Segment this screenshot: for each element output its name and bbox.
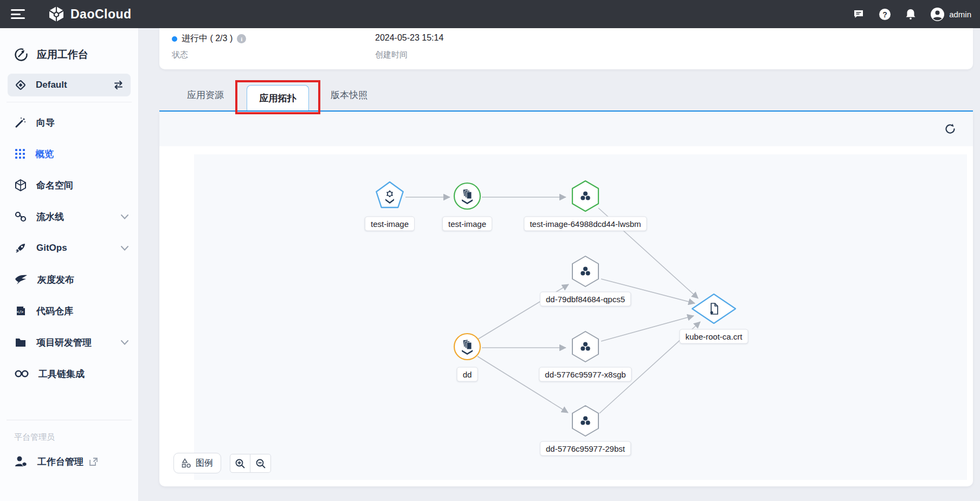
node-label[interactable]: dd-5776c95977-29bst [540, 441, 631, 456]
status-value: 进行中 ( 2/3 ) [182, 33, 233, 44]
sidebar-item-wizard[interactable]: 向导 [0, 107, 138, 138]
node-label[interactable]: dd-5776c95977-x8sgb [539, 367, 631, 382]
wand-icon [14, 116, 27, 129]
chevron-down-icon [121, 246, 128, 251]
sidebar-item-default[interactable]: Default [8, 74, 131, 96]
sidebar-divider [7, 102, 132, 102]
user-menu[interactable]: admin [930, 7, 971, 22]
node-pod-test-image[interactable] [569, 179, 602, 216]
svg-text:?: ? [882, 10, 887, 18]
daocloud-logo-icon [48, 5, 65, 23]
top-navbar: DaoCloud ? admin [0, 0, 980, 28]
admin-user-icon [14, 455, 28, 468]
tab-bar: 应用资源 应用拓扑 版本快照 [159, 80, 973, 110]
sidebar: 应用工作台 Default 向导 概览 命名空间 流水线 [0, 28, 139, 501]
rocket-icon [14, 242, 27, 255]
brand: DaoCloud [48, 5, 132, 23]
help-icon[interactable]: ? [878, 8, 891, 21]
status-dot [172, 36, 177, 42]
node-deployment-dd[interactable] [452, 331, 482, 364]
pipeline-icon [14, 210, 27, 223]
node-pod-dd-29bst[interactable] [569, 404, 602, 440]
node-label[interactable]: dd-79dbf84684-qpcs5 [540, 292, 631, 307]
tab-app-resources[interactable]: 应用资源 [181, 80, 230, 110]
bird-icon [14, 274, 28, 285]
sidebar-item-workbench-mgmt[interactable]: 工作台管理 [0, 446, 138, 477]
node-pod-dd-qpcs5[interactable] [569, 254, 602, 291]
username: admin [949, 10, 971, 19]
legend-shapes-icon [182, 458, 191, 468]
topology-canvas[interactable]: test-image test-image test-image-64988dc… [194, 154, 967, 480]
legend-label: 图例 [196, 458, 213, 469]
node-label[interactable]: test-image [365, 217, 415, 231]
workspace-header: 应用工作台 [0, 28, 138, 73]
workspace-title: 应用工作台 [37, 48, 88, 62]
brand-name: DaoCloud [70, 7, 132, 22]
feedback-icon[interactable] [852, 8, 865, 21]
workbench-icon [14, 48, 28, 62]
svg-text:</>: </> [17, 310, 24, 314]
topology-toolbar [159, 112, 973, 146]
chevron-down-icon [121, 214, 128, 219]
refresh-icon[interactable] [943, 121, 958, 136]
tab-version-snapshot[interactable]: 版本快照 [325, 80, 373, 110]
cube-icon [14, 179, 27, 192]
infinity-icon [14, 369, 29, 378]
created-time-value: 2024-05-23 15:14 [375, 33, 443, 43]
avatar-icon [930, 7, 945, 22]
node-label[interactable]: test-image-64988dcd44-lwsbm [524, 217, 647, 231]
code-repo-icon: </> [14, 304, 27, 317]
default-workspace-label: Default [36, 80, 67, 90]
sidebar-item-pipeline[interactable]: 流水线 [0, 201, 138, 232]
grid-dots-icon [14, 148, 26, 160]
node-configmap[interactable] [689, 292, 739, 328]
workspace-diamond-icon [15, 79, 27, 91]
topology-panel: test-image test-image test-image-64988dc… [159, 112, 973, 486]
platform-admin-section-label: 平台管理员 [0, 420, 138, 446]
node-application[interactable] [373, 180, 406, 214]
sidebar-item-project-mgmt[interactable]: 项目研发管理 [0, 327, 138, 358]
legend-button[interactable]: 图例 [173, 453, 221, 473]
zoom-out-button[interactable] [250, 454, 271, 473]
node-deployment-test-image[interactable] [452, 181, 482, 213]
app-status-card: 进行中 ( 2/3 ) i 状态 2024-05-23 15:14 创建时间 [159, 28, 973, 69]
sidebar-item-toolchain[interactable]: 工具链集成 [0, 358, 138, 389]
node-pod-dd-x8sgb[interactable] [569, 329, 602, 366]
status-label: 状态 [172, 50, 188, 60]
tab-app-topology[interactable]: 应用拓扑 [247, 85, 309, 110]
folder-icon [14, 336, 27, 349]
sidebar-item-gitops[interactable]: GitOps [0, 232, 138, 264]
chevron-down-icon [121, 340, 128, 345]
created-time-label: 创建时间 [375, 50, 408, 60]
switch-workspace-icon[interactable] [113, 80, 124, 90]
node-label[interactable]: kube-root-ca.crt [679, 329, 748, 344]
sidebar-item-namespace[interactable]: 命名空间 [0, 170, 138, 201]
node-label[interactable]: test-image [442, 217, 492, 231]
menu-toggle-icon[interactable] [11, 9, 25, 19]
external-link-icon [89, 457, 98, 466]
sidebar-item-code-repo[interactable]: </> 代码仓库 [0, 295, 138, 327]
zoom-in-button[interactable] [230, 454, 250, 473]
tab-underline [159, 110, 973, 112]
sidebar-item-gray-release[interactable]: 灰度发布 [0, 264, 138, 295]
node-label[interactable]: dd [457, 367, 478, 382]
notifications-bell-icon[interactable] [904, 8, 917, 21]
sidebar-item-overview[interactable]: 概览 [0, 138, 138, 170]
info-icon[interactable]: i [237, 34, 246, 43]
